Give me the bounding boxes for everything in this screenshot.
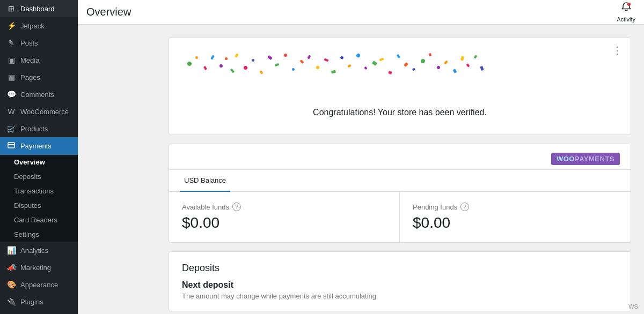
products-icon: 🛒 <box>6 124 16 133</box>
sidebar-item-analytics[interactable]: 📊 Analytics <box>0 242 78 259</box>
posts-icon: ✎ <box>6 39 16 47</box>
topbar: Overview Activity <box>78 0 644 25</box>
page-title: Overview <box>86 6 131 18</box>
submenu-item-transactions[interactable]: Transactions <box>0 184 78 198</box>
sidebar-item-plugins[interactable]: 🔌 Plugins <box>0 293 78 310</box>
ws-watermark: WS. <box>628 303 640 310</box>
pending-funds-cell: Pending funds ? $0.00 <box>400 192 631 242</box>
sidebar-item-posts[interactable]: ✎ Posts <box>0 34 78 51</box>
sidebar: ⊞ Dashboard ⚡ Jetpack ✎ Posts ▣ Media ▤ … <box>0 0 78 314</box>
payments-submenu: Overview Deposits Transactions Disputes … <box>0 155 78 242</box>
tab-usd-balance[interactable]: USD Balance <box>180 170 230 192</box>
woocommerce-icon: W <box>6 107 16 116</box>
submenu-item-disputes[interactable]: Disputes <box>0 198 78 213</box>
comments-icon: 💬 <box>6 90 16 99</box>
media-icon: ▣ <box>6 56 16 64</box>
confetti-area <box>182 51 618 99</box>
svg-point-2 <box>627 3 631 6</box>
svg-rect-1 <box>8 144 14 145</box>
woo-logo-suffix: PAYMENTS <box>575 155 614 163</box>
sidebar-item-woocommerce[interactable]: W WooCommerce <box>0 103 78 120</box>
woo-payments-card: WOOPAYMENTS USD Balance Available funds … <box>169 144 631 243</box>
pending-funds-help-icon[interactable]: ? <box>460 203 469 211</box>
available-funds-label: Available funds ? <box>182 203 386 211</box>
pending-funds-label: Pending funds ? <box>413 203 618 211</box>
sidebar-item-products[interactable]: 🛒 Products <box>0 120 78 137</box>
pages-icon: ▤ <box>6 73 16 81</box>
available-funds-cell: Available funds ? $0.00 <box>169 192 400 242</box>
verified-message: Congratulations! Your store has been ver… <box>182 108 618 122</box>
deposits-title: Deposits <box>182 263 618 274</box>
woo-logo-text: WOO <box>557 155 575 163</box>
congratulations-card: ⋮ Congratulations! Your store has been v… <box>169 38 631 135</box>
activity-label: Activity <box>617 16 635 23</box>
appearance-icon: 🎨 <box>6 280 16 289</box>
marketing-icon: 📣 <box>6 263 16 272</box>
plugins-icon: 🔌 <box>6 297 16 306</box>
sidebar-item-payments[interactable]: Payments <box>0 137 78 155</box>
sidebar-item-appearance[interactable]: 🎨 Appearance <box>0 276 78 293</box>
bell-icon <box>621 2 632 15</box>
submenu-item-deposits[interactable]: Deposits <box>0 169 78 184</box>
submenu-item-settings[interactable]: Settings <box>0 227 78 242</box>
analytics-icon: 📊 <box>6 246 16 255</box>
submenu-item-overview[interactable]: Overview <box>0 155 78 169</box>
submenu-item-card-readers[interactable]: Card Readers <box>0 213 78 227</box>
sidebar-item-pages[interactable]: ▤ Pages <box>0 69 78 86</box>
available-funds-amount: $0.00 <box>182 214 386 231</box>
sidebar-item-media[interactable]: ▣ Media <box>0 51 78 69</box>
main-content: ⋮ Congratulations! Your store has been v… <box>156 25 644 314</box>
sidebar-item-jetpack[interactable]: ⚡ Jetpack <box>0 17 78 34</box>
balance-grid: Available funds ? $0.00 Pending funds ? … <box>169 192 631 242</box>
sidebar-item-marketing[interactable]: 📣 Marketing <box>0 259 78 276</box>
jetpack-icon: ⚡ <box>6 21 16 30</box>
sidebar-item-dashboard[interactable]: ⊞ Dashboard <box>0 0 78 17</box>
woo-payments-logo: WOOPAYMENTS <box>551 153 620 165</box>
activity-button[interactable]: Activity <box>617 2 635 23</box>
dashboard-icon: ⊞ <box>6 4 16 13</box>
woo-header: WOOPAYMENTS <box>169 144 631 170</box>
available-funds-help-icon[interactable]: ? <box>232 203 241 211</box>
next-deposit-subtitle: The amount may change while payments are… <box>182 292 618 300</box>
pending-funds-amount: $0.00 <box>413 214 618 231</box>
next-deposit-title: Next deposit <box>182 280 618 290</box>
sidebar-item-comments[interactable]: 💬 Comments <box>0 86 78 103</box>
payments-icon <box>6 141 16 151</box>
balance-tabs: USD Balance <box>169 170 631 192</box>
deposits-card: Deposits Next deposit The amount may cha… <box>169 251 631 311</box>
